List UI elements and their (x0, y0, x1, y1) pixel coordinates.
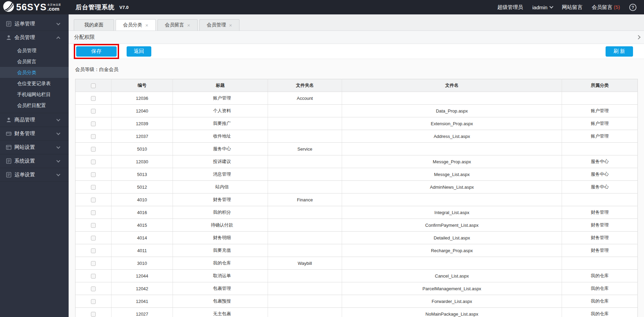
tab-member-category[interactable]: 会员分类 × (116, 19, 156, 31)
row-checkbox[interactable] (91, 96, 96, 101)
sidebar-item-system-settings[interactable]: 系统设置 (0, 154, 69, 168)
row-checkbox[interactable] (91, 160, 96, 164)
cell-category: 账户管理 (562, 130, 638, 143)
row-checkbox[interactable] (91, 299, 96, 304)
tab-my-desktop[interactable]: 我的桌面 (74, 19, 114, 31)
table-row: 12041 包裹预报 Forwarder_List.aspx 我的仓库 (75, 295, 638, 308)
chevron-right-icon[interactable] (636, 35, 641, 39)
cell-category: 财务管理 (562, 219, 638, 232)
chevron-down-icon (56, 117, 60, 121)
website-icon (6, 144, 12, 150)
cell-title: 包裹管理 (173, 282, 268, 295)
member-management-submenu: 会员管理 会员留言 会员分类 仓位变更记录表 手机端网站栏目 会员栏目配置 (0, 44, 69, 113)
sidebar-item-waybill-settings[interactable]: 运单设置 (0, 168, 69, 181)
waybill-icon (6, 21, 12, 27)
row-checkbox[interactable] (91, 185, 96, 190)
row-checkbox[interactable] (91, 109, 96, 114)
close-icon[interactable]: × (145, 23, 149, 28)
row-checkbox[interactable] (91, 274, 96, 279)
sidebar-item-product-management[interactable]: 商品管理 (0, 113, 69, 127)
cell-category (562, 193, 638, 206)
sidebar-item-website-settings[interactable]: 网站设置 (0, 141, 69, 154)
cell-title: 消息管理 (173, 168, 268, 181)
row-checkbox[interactable] (91, 121, 96, 126)
row-checkbox[interactable] (91, 236, 96, 240)
row-checkbox[interactable] (91, 261, 96, 266)
cell-category: 服务中心 (562, 181, 638, 193)
cell-id: 4015 (112, 219, 173, 232)
username: iadmin (532, 4, 547, 10)
sidebar: 运单管理 会员管理 会员管理 会员留言 会员分类 仓位变更记录表 手机端网站栏目… (0, 14, 69, 317)
cell-folder: Finance (268, 193, 342, 206)
header-file: 文件名 (342, 79, 562, 92)
row-checkbox-cell (75, 295, 112, 308)
row-checkbox[interactable] (91, 210, 96, 215)
sidebar-subitem-member-management[interactable]: 会员管理 (0, 45, 69, 56)
row-checkbox[interactable] (91, 312, 96, 317)
cell-id: 12039 (112, 117, 173, 130)
sidebar-item-label: 系统设置 (14, 158, 57, 164)
save-button[interactable]: 保存 (76, 46, 117, 57)
sidebar-item-waybill-management[interactable]: 运单管理 (0, 17, 69, 31)
header-id: 编号 (112, 79, 173, 92)
user-menu[interactable]: iadmin (532, 4, 552, 10)
row-checkbox-cell (75, 282, 112, 295)
cell-category: 财务管理 (562, 206, 638, 219)
tab-member-management[interactable]: 会员管理 × (199, 19, 239, 31)
cell-folder (268, 206, 342, 219)
tab-member-messages[interactable]: 会员留言 × (157, 19, 198, 31)
table-row: 4016 我的积分 Integral_List.aspx 财务管理 (75, 206, 638, 219)
row-checkbox[interactable] (91, 147, 96, 152)
cell-id: 5013 (112, 168, 173, 181)
chevron-down-icon (549, 4, 553, 8)
row-checkbox[interactable] (91, 223, 96, 228)
cell-folder (268, 181, 342, 193)
sidebar-subitem-mobile-site-columns[interactable]: 手机端网站栏目 (0, 89, 69, 100)
sidebar-subitem-member-category[interactable]: 会员分类 (0, 67, 69, 78)
header-category: 所属分类 (562, 79, 638, 92)
top-navbar: 56SYS 全景物流通 .com 后台管理系统 V7.0 超级管理员 iadmi… (0, 0, 644, 14)
chevron-down-icon (56, 131, 60, 135)
sidebar-subitem-storage-change-log[interactable]: 仓位变更记录表 (0, 78, 69, 89)
site-messages-link[interactable]: 网站留言 (562, 4, 583, 11)
row-checkbox[interactable] (91, 248, 96, 253)
topnav-right: 超级管理员 iadmin 网站留言 会员留言(5) ? (497, 4, 636, 11)
row-checkbox-cell (75, 257, 112, 270)
row-checkbox[interactable] (91, 286, 96, 291)
tab-label: 会员管理 (207, 22, 226, 28)
app-version: V7.0 (119, 5, 129, 10)
member-messages-link[interactable]: 会员留言(5) (592, 4, 620, 11)
cell-folder (268, 155, 342, 168)
cell-folder: Account (268, 92, 342, 105)
cell-folder: Service (268, 143, 342, 155)
table-header-row: 编号 标题 文件夹名 文件名 所属分类 (75, 79, 638, 92)
cell-file: Address_List.aspx (342, 130, 562, 143)
cell-id: 4011 (112, 244, 173, 257)
cell-file: Extension_Prop.aspx (342, 117, 562, 130)
header-checkbox-cell (75, 79, 112, 92)
cell-category: 我的仓库 (562, 282, 638, 295)
cell-id: 12027 (112, 308, 173, 317)
row-checkbox[interactable] (91, 198, 96, 202)
cell-id: 12041 (112, 295, 173, 308)
help-icon[interactable]: ? (629, 4, 636, 11)
sidebar-subitem-member-messages[interactable]: 会员留言 (0, 56, 69, 67)
sidebar-item-finance-management[interactable]: 财务管理 (0, 127, 69, 140)
cell-title: 包裹预报 (173, 295, 268, 308)
toolbar: 保存 返回 刷 新 (69, 44, 644, 59)
close-icon[interactable]: × (229, 23, 232, 28)
back-button[interactable]: 返回 (127, 46, 151, 57)
row-checkbox[interactable] (91, 172, 96, 177)
select-all-checkbox[interactable] (91, 83, 96, 88)
sidebar-item-member-management[interactable]: 会员管理 (0, 31, 69, 44)
sidebar-subitem-member-column-config[interactable]: 会员栏目配置 (0, 100, 69, 111)
row-checkbox[interactable] (91, 134, 96, 139)
table-row: 4010 财务管理 Finance (75, 193, 638, 206)
cell-title: 站内信 (173, 181, 268, 193)
cell-title: 财务管理 (173, 193, 268, 206)
refresh-button[interactable]: 刷 新 (606, 46, 633, 57)
app-title: 后台管理系统 (75, 3, 115, 11)
sidebar-item-label: 会员管理 (14, 34, 57, 41)
close-icon[interactable]: × (187, 23, 190, 28)
row-checkbox-cell (75, 219, 112, 232)
